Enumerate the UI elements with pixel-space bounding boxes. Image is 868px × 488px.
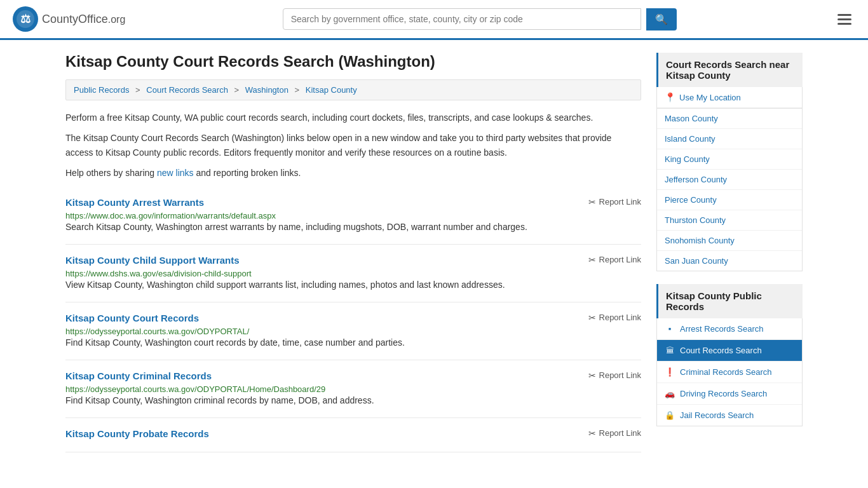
nearby-county-link[interactable]: Mason County [657,109,802,128]
record-title-link[interactable]: Kitsap County Criminal Records [65,370,212,381]
nearby-county-link[interactable]: San Juan County [657,251,802,271]
logo-icon: ⚖ [13,6,38,32]
pub-rec-label: Criminal Records Search [680,367,772,377]
pub-rec-label: Arrest Records Search [680,324,764,334]
use-location-btn[interactable]: 📍 Use My Location [657,87,802,108]
report-link-3[interactable]: ✂ Report Link [588,370,641,381]
scissors-icon: ✂ [588,370,596,381]
pub-rec-item[interactable]: ❗ Criminal Records Search [657,362,802,383]
logo-text: CountyOffice.org [42,13,125,26]
breadcrumb-court-records[interactable]: Court Records Search [146,85,228,95]
report-link-0[interactable]: ✂ Report Link [588,197,641,207]
record-header: Kitsap County Probate Records ✂ Report L… [65,428,641,439]
page-title: Kitsap County Court Records Search (Wash… [65,53,641,71]
logo-name: CountyOffice [42,13,108,25]
nearby-county-item[interactable]: Snohomish County [657,231,802,251]
breadcrumb-sep3: > [295,85,300,95]
pub-rec-link[interactable]: ▪ Arrest Records Search [657,318,802,339]
use-location-label: Use My Location [679,93,741,102]
report-link-4[interactable]: ✂ Report Link [588,428,641,438]
description-3: Help others by sharing new links and rep… [65,166,641,180]
nearby-county-item[interactable]: Mason County [657,109,802,129]
nearby-county-link[interactable]: Thurston County [657,210,802,230]
nearby-county-link[interactable]: Jefferson County [657,170,802,189]
record-title-link[interactable]: Kitsap County Court Records [65,313,199,323]
menu-icon-line1 [837,14,851,16]
record-description: View Kitsap County, Washington child sup… [65,278,641,292]
nearby-county-item[interactable]: Jefferson County [657,170,802,190]
description-1: Perform a free Kitsap County, WA public … [65,111,641,125]
svg-text:⚖: ⚖ [20,13,31,25]
logo[interactable]: ⚖ CountyOffice.org [13,6,125,32]
main-container: Kitsap County Court Records Search (Wash… [53,40,815,465]
menu-icon-line3 [837,23,851,25]
report-link-2[interactable]: ✂ Report Link [588,313,641,323]
logo-suffix: .org [108,14,126,25]
location-icon: 📍 [665,92,675,102]
nearby-county-item[interactable]: San Juan County [657,251,802,271]
breadcrumb-washington[interactable]: Washington [245,85,288,95]
pub-rec-item[interactable]: 🔒 Jail Records Search [657,405,802,426]
pub-rec-link[interactable]: 🔒 Jail Records Search [657,405,802,426]
record-url[interactable]: https://www.doc.wa.gov/information/warra… [65,211,276,220]
record-title-link[interactable]: Kitsap County Arrest Warrants [65,197,204,208]
menu-button[interactable] [834,10,855,29]
breadcrumb-sep2: > [234,85,240,95]
nearby-section: Court Records Search near Kitsap County … [656,53,803,271]
report-link-label: Report Link [599,197,641,207]
record-url[interactable]: https://odysseyportal.courts.wa.gov/ODYP… [65,384,325,394]
record-description: Search Kitsap County, Washington arrest … [65,220,641,234]
nearby-county-link[interactable]: Pierce County [657,190,802,210]
nearby-county-item[interactable]: Island County [657,129,802,149]
use-location-item[interactable]: 📍 Use My Location [657,87,802,108]
pub-rec-label: Court Records Search [680,346,762,355]
pub-rec-item[interactable]: 🚗 Driving Records Search [657,383,802,405]
nearby-county-item[interactable]: King County [657,149,802,170]
pub-rec-link[interactable]: ❗ Criminal Records Search [657,362,802,383]
report-link-label: Report Link [599,428,641,438]
pub-rec-icon: ❗ [665,367,675,377]
nearby-county-link[interactable]: King County [657,149,802,169]
record-title-link[interactable]: Kitsap County Probate Records [65,428,209,439]
pub-rec-icon: 🚗 [665,389,675,398]
sidebar: Court Records Search near Kitsap County … [656,53,803,452]
pub-rec-label: Driving Records Search [680,389,767,398]
record-description: Find Kitsap County, Washington court rec… [65,336,641,349]
new-links-link[interactable]: new links [157,168,194,178]
record-url[interactable]: https://odysseyportal.courts.wa.gov/ODYP… [65,327,249,336]
pub-rec-link[interactable]: 🚗 Driving Records Search [657,383,802,404]
search-bar: 🔍 [283,8,677,30]
public-records-list: ▪ Arrest Records Search 🏛 Court Records … [656,318,803,426]
nearby-counties: Mason CountyIsland CountyKing CountyJeff… [656,109,803,271]
nearby-title: Court Records Search near Kitsap County [656,53,803,87]
pub-rec-link[interactable]: 🏛 Court Records Search [657,340,802,361]
record-title-link[interactable]: Kitsap County Child Support Warrants [65,255,240,266]
pub-rec-item[interactable]: 🏛 Court Records Search [657,340,802,362]
nearby-county-link[interactable]: Snohomish County [657,231,802,250]
public-records-title: Kitsap County Public Records [656,284,803,318]
record-header: Kitsap County Court Records ✂ Report Lin… [65,313,641,323]
menu-icon-line2 [837,18,851,20]
breadcrumb-kitsap[interactable]: Kitsap County [306,85,357,95]
description-2: The Kitsap County Court Records Search (… [65,131,641,159]
nearby-county-link[interactable]: Island County [657,129,802,149]
pub-rec-item[interactable]: ▪ Arrest Records Search [657,318,802,340]
record-header: Kitsap County Arrest Warrants ✂ Report L… [65,197,641,208]
scissors-icon: ✂ [588,428,596,438]
pub-rec-icon: 🏛 [665,346,675,355]
public-records-section: Kitsap County Public Records ▪ Arrest Re… [656,284,803,426]
scissors-icon: ✂ [588,255,596,265]
record-item: Kitsap County Criminal Records ✂ Report … [65,360,641,418]
record-url[interactable]: https://www.dshs.wa.gov/esa/division-chi… [65,269,252,278]
pub-rec-icon: 🔒 [665,410,675,420]
record-item: Kitsap County Probate Records ✂ Report L… [65,418,641,452]
nearby-county-item[interactable]: Thurston County [657,210,802,231]
breadcrumb-public-records[interactable]: Public Records [74,85,129,95]
report-link-1[interactable]: ✂ Report Link [588,255,641,265]
records-list: Kitsap County Arrest Warrants ✂ Report L… [65,187,641,452]
content-area: Kitsap County Court Records Search (Wash… [65,53,641,452]
nearby-list: 📍 Use My Location [656,87,803,109]
search-button[interactable]: 🔍 [646,8,677,30]
nearby-county-item[interactable]: Pierce County [657,190,802,210]
search-input[interactable] [283,8,641,30]
